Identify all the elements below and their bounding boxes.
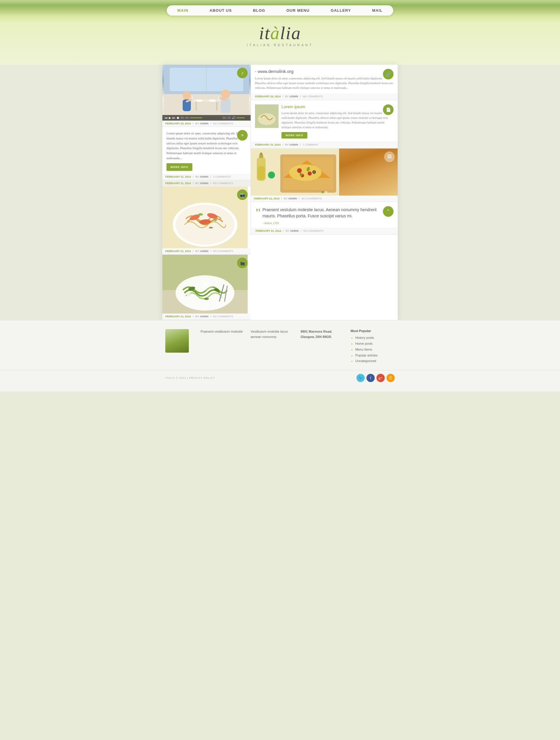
footer-link-1[interactable]: History posts [355,335,395,341]
post-content-doc: Lorem ipsum Lorem ipsum dolor sit amet, … [281,104,393,138]
footer-link-2[interactable]: Home posts [355,341,395,347]
stop-btn[interactable]: ⏹ [177,116,179,119]
footer-text-2: Vestibulum molestie lacus aenean nonummy [251,329,295,340]
svg-point-51 [313,172,315,173]
progress-bar[interactable] [190,117,221,118]
post-date-r4: FEBRUARY 21, 2014 [256,229,281,233]
post-author-r4: ADMIN [290,229,299,233]
post-date-2: FEBRUARY 21, 2014 [165,175,191,178]
nav-mail[interactable]: MAIL [362,5,393,16]
main-nav: MAIN ABOUT US BLOG OUR MENU GALLERY MAIL [0,0,560,16]
post-thumb-doc [255,104,279,128]
post-doc: Lorem ipsum Lorem ipsum dolor sit amet, … [251,100,398,149]
footer-address: 8901 Marmora Road, Glasgow, D04 89GR. [301,329,345,340]
post-gallery: 🖼 FEBRUARY 21, 2014 / BY ADMIN / N [251,149,398,202]
logo-name: itàlia [0,24,560,42]
post-comments-r1: NO COMMENTS [303,95,323,98]
play-btn[interactable]: ▶ [169,116,171,119]
post-author-4: ADMIN [200,315,208,318]
gallery-badge: 🖼 [384,152,395,162]
post-camera: FEBRUARY 21, 2014 / BY ADMIN / NO COMMEN… [162,180,251,255]
dot-1[interactable] [321,191,324,193]
post-music: ♪ ⏮ ▶ ⏭ ⏹ 00:00 00:38 [162,65,251,127]
quote-content: " Praesent vestulum molestie lacus. Aene… [256,207,393,225]
svg-point-44 [289,164,321,181]
footer-col-3: 8901 Marmora Road, Glasgow, D04 89GR. [301,329,345,364]
quote-author: - Admin, USA [262,221,378,225]
google-icon[interactable]: g+ [376,374,385,382]
footer-link-5[interactable]: Uncategorized [355,358,395,364]
camera-icon: 📷 [240,192,245,197]
video-icon: 🎬 [240,261,245,266]
post-meta-2: FEBRUARY 21, 2014 / BY ADMIN / 2 COMMENT… [162,174,251,180]
svg-rect-16 [218,96,219,99]
nav-main[interactable]: MAIN [167,5,199,16]
volume-bar[interactable] [237,117,248,118]
svg-point-9 [183,91,191,100]
doc-post-title: Lorem ipsum [281,104,393,109]
svg-point-25 [213,219,217,221]
post-comments-r3: NO COMMENTS [301,197,322,200]
volume-icon[interactable]: 🔊 [232,116,235,119]
logo-area: itàlia ITALIAN RESTAURANT [0,16,560,53]
rss-icon[interactable]: ☰ [386,374,395,382]
post-comments-r2: 1 COMMENT [303,143,318,146]
text-badge: ≡ [237,130,248,141]
social-icons: 🐦 f g+ ☰ [357,374,395,382]
nav-gallery[interactable]: GALLERY [320,5,362,16]
post-row-doc: Lorem ipsum Lorem ipsum dolor sit amet, … [255,104,393,138]
twitter-icon[interactable]: 🐦 [357,374,365,382]
quote-mark-icon: " [256,207,261,219]
footer-text-1: Praesent vestibulum molestie [201,329,245,335]
post-quote: " Praesent vestulum molestie lacus. Aene… [251,202,398,235]
video-badge: 🎬 [237,258,248,268]
nav-blog[interactable]: BLOG [242,5,276,16]
doc-badge: 📄 [383,104,393,115]
post-meta-r4: FEBRUARY 21, 2014 / BY ADMIN / NO COMMEN… [251,227,398,235]
play-button[interactable]: ▶ [200,278,213,291]
camera-badge: 📷 [237,189,248,200]
post-comments-4: NO COMMENTS [213,315,233,318]
svg-point-31 [204,298,209,300]
footer: Praesent vestibulum molestie Vestibulum … [0,320,560,391]
nav-about[interactable]: ABOUT US [199,5,242,16]
svg-point-46 [308,172,312,176]
footer-col-2: Vestibulum molestie lacus aenean nonummy [251,329,295,364]
footer-col-1: Praesent vestibulum molestie [201,329,245,364]
svg-rect-5 [196,102,197,111]
footer-copyright: ITALIA © 2013 | PRIVACY POLICY [165,376,215,379]
svg-rect-4 [190,99,223,102]
post-meta-r3: FEBRUARY 21, 2014 / BY ADMIN / NO COMMEN… [251,196,398,202]
post-meta-4: FEBRUARY 21, 2014 / BY ADMIN / NO COMMEN… [162,313,251,320]
footer-link-3[interactable]: Menu Items [355,347,395,353]
footer-col-4: Most Popular History posts Home posts Me… [351,329,395,364]
link-post-body: Lorem ipsum dolor sit amet, consectetur … [255,76,393,90]
svg-rect-55 [257,166,265,180]
next-btn[interactable]: ⏭ [172,116,175,119]
prev-btn[interactable]: ⏮ [165,116,168,119]
post-author-r3: ADMIN [288,197,297,200]
footer-bottom: ITALIA © 2013 | PRIVACY POLICY 🐦 f g+ ☰ [0,370,560,386]
post-meta-r1: FEBRUARY 24, 2014 / BY ADMIN / NO COMMEN… [251,93,398,100]
time-display: 00:00 [181,116,189,119]
svg-point-12 [221,89,230,99]
dot-2[interactable] [325,191,328,193]
footer-bottom-inner: ITALIA © 2013 | PRIVACY POLICY 🐦 f g+ ☰ [162,374,398,382]
right-column: - www.demolink.org Lorem ipsum dolor sit… [251,65,398,235]
audio-controls[interactable]: ⏮ ▶ ⏭ ⏹ 00:00 00:38 🔊 [162,115,251,120]
post-image-couple: ♪ ⏮ ▶ ⏭ ⏹ 00:00 00:38 [162,65,251,120]
more-info-btn-2[interactable]: MORE INFO [281,132,307,138]
doc-post-body: Lorem ipsum dolor sit amet, consectetur … [281,111,393,130]
facebook-icon[interactable]: f [366,374,375,382]
nav-menu[interactable]: OUR MENU [276,5,320,16]
link-post-title: - www.demolink.org [255,69,393,74]
more-info-btn-1[interactable]: MORE INFO [167,163,192,171]
post-comments-3: NO COMMENTS [213,182,233,185]
post-image-pasta-video: 🎬 ▶ [162,255,251,313]
carousel-dots [321,191,328,193]
nav-bar: MAIN ABOUT US BLOG OUR MENU GALLERY MAIL [167,5,393,16]
post-author-r1: ADMIN [289,95,298,98]
post-comments-r4: NO COMMENTS [303,229,323,233]
post-meta-1: FEBRUARY 25, 2014 / BY ADMIN / NO COMMEN… [162,120,251,127]
footer-link-4[interactable]: Popular articles [355,353,395,359]
